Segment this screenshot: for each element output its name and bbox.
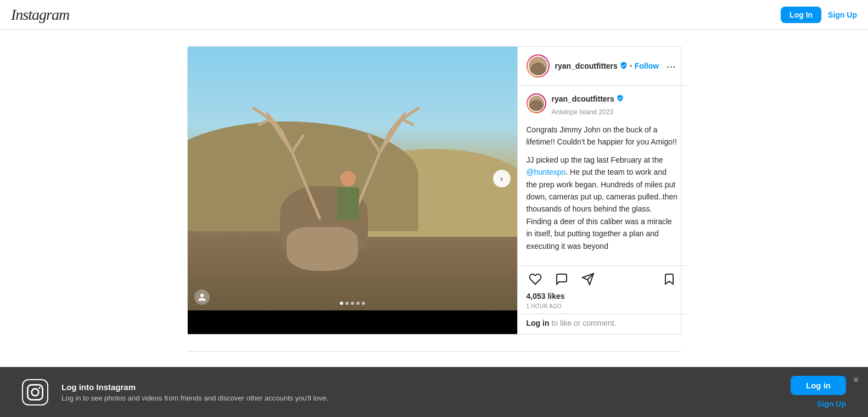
post-card: › xyxy=(187,46,681,335)
overlay-instagram-icon xyxy=(22,379,48,405)
overlay-text-block: Log into Instagram Log in to see photos … xyxy=(61,382,777,402)
user-avatar-wrapper xyxy=(527,54,550,77)
caption-text: Congrats Jimmy John on the buck of a lif… xyxy=(527,124,678,252)
more-icon: ··· xyxy=(667,60,676,72)
dot-2 xyxy=(345,302,349,305)
header-login-button[interactable]: Log In xyxy=(781,7,821,23)
post-location: Antelope Island 2023 xyxy=(552,107,614,117)
person-tag-icon xyxy=(198,293,206,302)
likes-count: 4,053 likes xyxy=(527,292,565,301)
dot-separator: • xyxy=(630,62,632,70)
main-content: › xyxy=(176,46,692,417)
overlay-close-button[interactable]: × xyxy=(853,374,859,386)
caption-meta: ryan_dcoutfitters Antelope Island 2023 xyxy=(552,93,678,117)
caption-avatar xyxy=(528,94,545,112)
caption-pre-mention: JJ picked up the tag last February at th… xyxy=(527,155,663,164)
dot-3 xyxy=(351,302,354,305)
tagged-user-badge[interactable] xyxy=(194,290,210,305)
dot-4 xyxy=(356,302,360,305)
caption-header: ryan_dcoutfitters Antelope Island 2023 xyxy=(527,93,678,117)
person-figure xyxy=(326,171,370,237)
overlay-title: Log into Instagram xyxy=(61,382,777,392)
person-head xyxy=(340,171,356,186)
post-header: ryan_dcoutfitters • Follow ··· xyxy=(518,47,687,86)
share-button[interactable] xyxy=(579,270,597,288)
instagram-logo: Instagram xyxy=(11,6,69,24)
caption-line2: JJ picked up the tag last February at th… xyxy=(527,154,678,252)
caption-line1: Congrats Jimmy John on the buck of a lif… xyxy=(527,124,678,148)
post-header-info: ryan_dcoutfitters • Follow xyxy=(555,62,659,71)
dot-1 xyxy=(340,302,343,305)
bookmark-icon xyxy=(663,273,676,286)
follow-button[interactable]: Follow xyxy=(635,62,659,70)
hunting-scene-bg xyxy=(188,47,517,310)
login-overlay: Log into Instagram Log in to see photos … xyxy=(0,367,868,417)
caption-username[interactable]: ryan_dcoutfitters xyxy=(552,93,614,105)
post-divider xyxy=(187,351,681,352)
login-prompt-suffix: to like or comment. xyxy=(550,319,617,327)
post-image-container: › xyxy=(188,47,517,334)
caption-verified-icon xyxy=(617,94,624,105)
login-link[interactable]: Log in xyxy=(527,319,550,327)
more-options-button[interactable]: ··· xyxy=(664,60,678,73)
heart-icon xyxy=(529,273,542,286)
overlay-actions: Log in Sign Up xyxy=(791,376,846,408)
caption-mention[interactable]: @huntexpo xyxy=(527,168,566,176)
verified-icon xyxy=(620,62,628,71)
site-header: Instagram Log In Sign Up xyxy=(0,0,868,30)
avatar-silhouette xyxy=(530,63,546,76)
caption-avatar-wrapper xyxy=(527,93,546,113)
instagram-icon xyxy=(27,384,43,401)
overlay-subtitle: Log in to see photos and videos from fri… xyxy=(61,394,777,402)
chevron-right-icon: › xyxy=(500,174,503,183)
caption-avatar-silhouette xyxy=(529,100,544,112)
overlay-login-button[interactable]: Log in xyxy=(791,376,846,395)
bookmark-button[interactable] xyxy=(660,270,678,288)
person-body xyxy=(337,187,359,220)
post-caption-body: ryan_dcoutfitters Antelope Island 2023 C… xyxy=(518,86,687,265)
post-timestamp: 1 HOUR AGO xyxy=(518,303,687,314)
post-dots xyxy=(340,302,365,305)
header-signup-button[interactable]: Sign Up xyxy=(828,10,857,19)
comment-button[interactable] xyxy=(553,270,570,288)
post-username[interactable]: ryan_dcoutfitters xyxy=(555,62,618,70)
user-avatar xyxy=(528,55,548,76)
caption-username-row: ryan_dcoutfitters Antelope Island 2023 xyxy=(552,93,678,117)
like-button[interactable] xyxy=(527,270,544,288)
caption-post-mention: . He put the team to work and the prep w… xyxy=(527,168,678,250)
username-row: ryan_dcoutfitters • Follow xyxy=(555,62,659,71)
share-icon xyxy=(581,273,595,286)
login-to-comment: Log in to like or comment. xyxy=(518,314,687,334)
overlay-signup-button[interactable]: Sign Up xyxy=(817,399,846,408)
likes-row: 4,053 likes xyxy=(518,290,687,303)
dot-5 xyxy=(362,302,365,305)
post-actions xyxy=(518,265,687,290)
post-next-button[interactable]: › xyxy=(493,170,511,187)
header-actions: Log In Sign Up xyxy=(781,7,857,23)
comment-icon xyxy=(555,273,568,286)
action-icons-row xyxy=(527,270,678,288)
post-info-panel: ryan_dcoutfitters • Follow ··· xyxy=(517,47,687,334)
post-image: › xyxy=(188,47,517,310)
